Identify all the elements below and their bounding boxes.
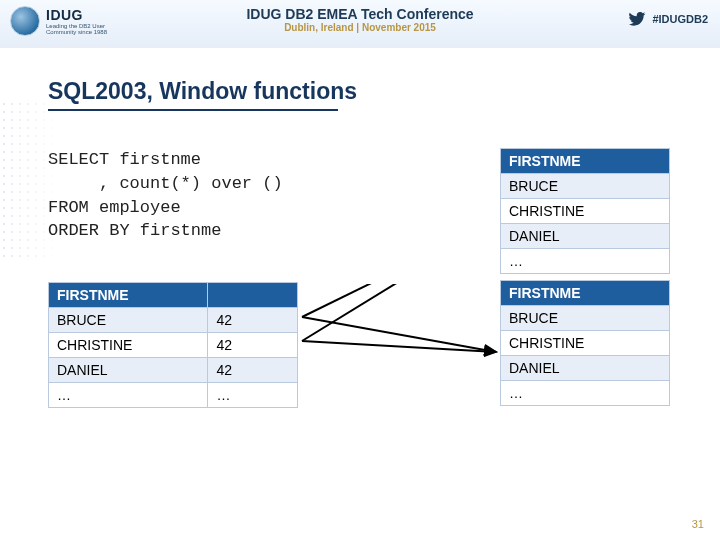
table-cell: DANIEL [501, 356, 670, 381]
col-header-firstnme: FIRSTNME [49, 283, 208, 308]
logo-tagline-2: Community since 1988 [46, 29, 107, 35]
table-cell: DANIEL [49, 358, 208, 383]
result-table: FIRSTNME BRUCE42 CHRISTINE42 DANIEL42 …… [48, 282, 298, 408]
sql-code: SELECT firstnme , count(*) over () FROM … [48, 148, 283, 243]
table-cell: BRUCE [501, 306, 670, 331]
table-cell: CHRISTINE [501, 199, 670, 224]
arrow-icon [302, 317, 496, 352]
table-cell: DANIEL [501, 224, 670, 249]
table-cell: CHRISTINE [49, 333, 208, 358]
table-cell: … [501, 249, 670, 274]
conference-block: IDUG DB2 EMEA Tech Conference Dublin, Ir… [246, 6, 473, 33]
logo-text: IDUG [46, 7, 107, 23]
idug-logo: IDUG Leading the DB2 User Community sinc… [10, 6, 107, 36]
source-table-top: FIRSTNME BRUCE CHRISTINE DANIEL … [500, 148, 670, 274]
table-cell: 42 [208, 308, 298, 333]
hashtag-block: #IDUGDB2 [628, 12, 708, 26]
arrow-group [300, 284, 500, 394]
page-number: 31 [692, 518, 704, 530]
table-cell: 42 [208, 333, 298, 358]
arrow-icon [302, 284, 496, 317]
col-header-firstnme: FIRSTNME [501, 149, 670, 174]
globe-icon [10, 6, 40, 36]
title-underline [48, 109, 338, 111]
arrow-icon [302, 284, 496, 341]
table-cell: 42 [208, 358, 298, 383]
col-header-firstnme: FIRSTNME [501, 281, 670, 306]
header-bar: IDUG Leading the DB2 User Community sinc… [0, 0, 720, 48]
table-cell: … [208, 383, 298, 408]
table-cell: BRUCE [49, 308, 208, 333]
col-header-count [208, 283, 298, 308]
table-cell: … [501, 381, 670, 406]
conference-subtitle: Dublin, Ireland | November 2015 [246, 22, 473, 33]
arrow-icon [302, 341, 496, 352]
twitter-icon [628, 12, 646, 26]
source-table-bottom: FIRSTNME BRUCE CHRISTINE DANIEL … [500, 280, 670, 406]
conference-title: IDUG DB2 EMEA Tech Conference [246, 6, 473, 22]
table-cell: CHRISTINE [501, 331, 670, 356]
slide-title: SQL2003, Window functions [48, 78, 357, 105]
hashtag-text: #IDUGDB2 [652, 13, 708, 25]
table-cell: BRUCE [501, 174, 670, 199]
table-cell: … [49, 383, 208, 408]
